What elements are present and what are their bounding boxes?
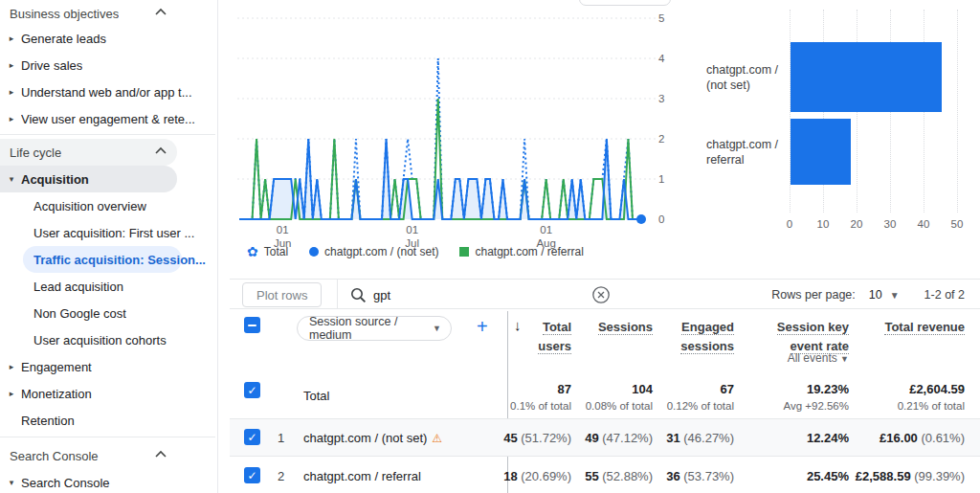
- section-search-console[interactable]: Search Console: [0, 442, 217, 469]
- section-life-cycle[interactable]: Life cycle: [0, 139, 177, 166]
- search-icon: [350, 287, 367, 303]
- sidebar-item-acquisition-overview[interactable]: Acquisition overview: [0, 192, 217, 219]
- row-checkbox[interactable]: ✓: [244, 467, 260, 483]
- total-row-label: Total: [303, 389, 329, 403]
- divider-vertical: [337, 279, 338, 308]
- column-header-total-users[interactable]: Total users: [512, 318, 571, 356]
- sidebar-item-lead-acquisition[interactable]: Lead acquisition: [0, 273, 217, 300]
- rows-per-page-select[interactable]: 10: [869, 288, 882, 302]
- expand-down-icon[interactable]: ▾: [6, 478, 17, 487]
- section-label: Search Console: [10, 449, 99, 463]
- table-search-input[interactable]: gpt: [373, 288, 390, 303]
- indeterminate-mark: [248, 325, 256, 326]
- row-checkbox[interactable]: ✓: [244, 429, 260, 445]
- chevron-up-icon[interactable]: [155, 146, 167, 156]
- bar-category-label: chatgpt.com /(not set): [706, 62, 787, 94]
- x-axis-tick: 0: [778, 218, 801, 230]
- section-business-objectives[interactable]: Business objectives: [0, 0, 217, 27]
- sidebar-divider-vertical: [217, 0, 218, 493]
- circle-marker-icon: [309, 247, 319, 257]
- all-events-filter[interactable]: All events ▼: [744, 351, 849, 365]
- engaged-sessions-total: 670.12% of total: [619, 382, 734, 412]
- sidebar-item-non-google-cost[interactable]: Non Google cost: [0, 300, 217, 326]
- select-all-checkbox[interactable]: [244, 317, 260, 333]
- plot-rows-button[interactable]: Plot rows: [242, 282, 322, 307]
- chevron-up-icon[interactable]: [155, 450, 167, 459]
- bar-1: [791, 119, 851, 185]
- section-label: Life cycle: [10, 146, 61, 160]
- warning-icon: ⚠: [432, 432, 442, 445]
- gridline: [957, 10, 958, 213]
- section-label: Business objectives: [10, 7, 119, 21]
- traffic-acquisition-report: 012345 01Jun01Jul01Aug ✿ Total chatgpt.c…: [230, 0, 980, 493]
- sidebar-divider: [0, 134, 215, 135]
- divider: [230, 418, 980, 419]
- y-axis-tick: 0: [658, 213, 679, 225]
- y-axis-tick: 4: [658, 53, 679, 64]
- sidebar-item-monetization[interactable]: ▸ Monetization: [0, 380, 217, 407]
- column-header-engaged-sessions[interactable]: Engaged sessions: [667, 318, 734, 356]
- expand-right-icon[interactable]: ▸: [6, 60, 17, 70]
- total-marker-icon: ✿: [247, 246, 258, 258]
- series-end-marker: [636, 214, 646, 224]
- chart-legend: ✿ Total chatgpt.com / (not set) chatgpt.…: [247, 245, 584, 258]
- expand-right-icon[interactable]: ▸: [6, 87, 17, 97]
- chevron-down-icon[interactable]: ▼: [890, 290, 900, 301]
- x-axis-tick: 40: [912, 218, 935, 230]
- column-header-sessions[interactable]: Sessions: [576, 318, 653, 337]
- clear-search-icon[interactable]: [591, 285, 611, 304]
- y-axis-tick: 1: [658, 173, 679, 185]
- legend-notset: chatgpt.com / (not set): [309, 245, 438, 258]
- y-axis-tick: 5: [658, 12, 679, 24]
- sidebar-item-user-acquisition-cohorts[interactable]: User acquisition cohorts: [0, 326, 217, 353]
- sidebar-item-view-engagement[interactable]: ▸ View user engagement & rete...: [0, 105, 217, 132]
- chevron-down-icon: ▼: [433, 324, 441, 333]
- divider: [230, 456, 980, 457]
- sidebar-item-understand-traffic[interactable]: ▸ Understand web and/or app t...: [0, 78, 217, 105]
- key-event-rate-total: 19.23%Avg +92.56%: [734, 382, 849, 412]
- x-axis-tick: 50: [946, 218, 969, 230]
- total-row-checkbox[interactable]: ✓: [244, 382, 260, 398]
- expand-right-icon[interactable]: ▸: [6, 34, 17, 43]
- sidebar-item-user-acquisition[interactable]: User acquisition: First user ...: [0, 219, 217, 246]
- x-axis-tick: 30: [879, 218, 902, 230]
- bar-category-label: chatgpt.com /referral: [706, 137, 787, 168]
- pagination-controls: Rows per page: 10 ▼ 1-2 of 2: [771, 288, 965, 302]
- expand-right-icon[interactable]: ▸: [6, 362, 17, 371]
- bar-0: [791, 42, 942, 112]
- sidebar-divider: [0, 437, 215, 437]
- x-axis-tick: 20: [845, 218, 868, 230]
- square-marker-icon: [459, 247, 469, 257]
- sidebar-item-generate-leads[interactable]: ▸ Generate leads: [0, 25, 217, 52]
- x-axis-tick: 10: [812, 218, 835, 230]
- sidebar-item-retention[interactable]: Retention: [0, 407, 217, 434]
- y-axis-tick: 2: [658, 133, 679, 145]
- pagination-range: 1-2 of 2: [924, 288, 965, 302]
- add-dimension-icon[interactable]: +: [477, 316, 488, 338]
- legend-referral: chatgpt.com / referral: [459, 245, 583, 258]
- legend-total: ✿ Total: [247, 245, 288, 258]
- sessions-line-chart: [237, 8, 658, 230]
- y-axis-tick: 3: [658, 93, 679, 104]
- expand-down-icon[interactable]: ▾: [6, 174, 17, 184]
- expand-right-icon[interactable]: ▸: [6, 114, 17, 123]
- sidebar-item-acquisition[interactable]: ▾ Acquisition: [0, 166, 177, 192]
- column-header-total-revenue[interactable]: Total revenue: [869, 318, 965, 337]
- divider: [230, 308, 980, 309]
- dimension-dropdown[interactable]: Session source / medium ▼: [297, 316, 452, 341]
- rows-per-page-label: Rows per page:: [771, 288, 856, 302]
- cutoff-control: [579, 0, 671, 6]
- row-dimension-value: chatgpt.com / (not set)⚠: [303, 431, 442, 445]
- sidebar-item-traffic-acquisition-selected[interactable]: Traffic acquisition: Session...: [0, 246, 217, 273]
- chevron-up-icon[interactable]: [155, 8, 167, 17]
- analytics-app: Business objectives ▸ Generate leads ▸ D…: [0, 0, 980, 493]
- total-users-bar-chart: [790, 10, 958, 213]
- sidebar-item-drive-sales[interactable]: ▸ Drive sales: [0, 52, 217, 78]
- sidebar-item-search-console[interactable]: ▾ Search Console: [0, 469, 217, 493]
- expand-right-icon[interactable]: ▸: [6, 389, 17, 398]
- row-dimension-value: chatgpt.com / referral: [303, 469, 421, 483]
- total-revenue-total: £2,604.590.21% of total: [850, 382, 965, 412]
- divider: [230, 279, 980, 280]
- report-nav-sidebar: Business objectives ▸ Generate leads ▸ D…: [0, 0, 217, 493]
- sidebar-item-engagement[interactable]: ▸ Engagement: [0, 353, 217, 380]
